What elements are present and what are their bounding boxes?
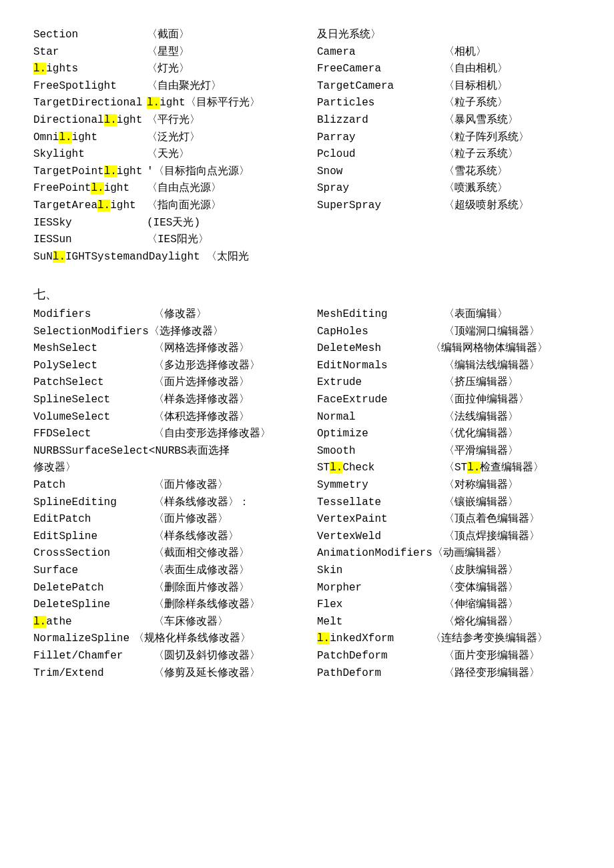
- definition: 〈面片修改器〉: [154, 477, 228, 494]
- glossary-row: Camera〈相机〉: [317, 44, 581, 61]
- glossary-row: CrossSection〈截面相交修改器〉: [33, 545, 297, 562]
- term: STl.Check: [317, 460, 444, 477]
- definition: 〈选择修改器〉: [149, 324, 224, 341]
- term: Trim/Extend: [33, 665, 154, 683]
- term: Extrude: [317, 374, 444, 392]
- glossary-row: Snow〈雪花系统〉: [317, 163, 581, 181]
- term: Symmetry: [317, 477, 444, 494]
- term: PolySelect: [33, 358, 154, 375]
- glossary-row: Morpher〈变体编辑器〉: [317, 580, 581, 597]
- term: TargetAreal.ight: [33, 197, 147, 215]
- term: Optimize: [317, 426, 444, 443]
- definition: 〈修改器〉: [154, 306, 207, 324]
- glossary-row: Patch〈面片修改器〉: [33, 477, 297, 494]
- term: Particles: [317, 95, 444, 112]
- definition: 〈删除样条线修改器〉: [154, 596, 260, 614]
- glossary-row: Star〈星型〉: [33, 44, 297, 61]
- term: DeletePatch: [33, 580, 154, 597]
- definition: 〈对称编辑器〉: [444, 477, 519, 494]
- glossary-row: EditNormals〈编辑法线编辑器〉: [317, 358, 581, 375]
- heading-seven: 七、: [33, 286, 581, 305]
- glossary-row: PatchSelect〈面片选择修改器〉: [33, 374, 297, 392]
- glossary-row: l.athe〈车床修改器〉: [33, 614, 297, 631]
- definition: 〈粒子云系统〉: [444, 146, 519, 163]
- definition: 〈修剪及延长修改器〉: [154, 665, 260, 683]
- glossary-row: NURBSSurfaceSelect<NURBS表面选择: [33, 443, 297, 460]
- glossary-row: Fillet/Chamfer〈圆切及斜切修改器〉: [33, 648, 297, 665]
- term: CapHoles: [317, 324, 444, 341]
- term: SplineSelect: [33, 392, 154, 409]
- glossary-row: VertexWeld〈顶点焊接编辑器〉: [317, 528, 581, 546]
- definition: 〈平行光〉: [147, 112, 200, 129]
- term: EditPatch: [33, 511, 154, 528]
- section-modifiers: Modifiers〈修改器〉SelectionModifiers〈选择修改器〉M…: [33, 306, 581, 682]
- glossary-row: Flex〈伸缩编辑器〉: [317, 596, 581, 614]
- glossary-row: SelectionModifiers〈选择修改器〉: [33, 324, 297, 341]
- term: Pcloud: [317, 146, 444, 163]
- definition: 〈网格选择修改器〉: [154, 340, 250, 358]
- glossary-row: Normal〈法线编辑器〉: [317, 409, 581, 426]
- definition: 〈圆切及斜切修改器〉: [154, 648, 260, 665]
- glossary-row: TargetAreal.ight〈指向面光源〉: [33, 197, 297, 215]
- glossary-row: TargetPointl.ight'〈目标指向点光源〉: [33, 163, 297, 181]
- definition: 〈顶点焊接编辑器〉: [444, 528, 540, 546]
- glossary-row: EditSpline〈样条线修改器〉: [33, 528, 297, 546]
- term: DeleteMesh: [317, 340, 444, 358]
- glossary-row: NormalizeSpline〈规格化样条线修改器〉: [33, 630, 297, 648]
- glossary-row: STl.Check〈STl.检查编辑器〉: [317, 460, 581, 477]
- definition: 〈车床修改器〉: [154, 614, 228, 631]
- glossary-row: Tessellate〈镶嵌编辑器〉: [317, 494, 581, 512]
- term: VolumeSelect: [33, 409, 154, 426]
- term: l.ights: [33, 61, 147, 78]
- term: PatchSelect: [33, 374, 154, 392]
- definition: 〈暴风雪系统〉: [444, 112, 519, 129]
- glossary-row: Parray〈粒子阵列系统〉: [317, 129, 581, 147]
- term: PatchDeform: [317, 648, 444, 665]
- term: SplineEditing: [33, 494, 154, 512]
- definition: 〈面片变形编辑器〉: [444, 648, 540, 665]
- definition: 〈喷溅系统〉: [444, 180, 508, 197]
- definition: 〈平滑编辑器〉: [444, 443, 519, 460]
- term: Surface: [33, 562, 154, 580]
- definition: 〈编辑网格物体编辑器〉: [430, 340, 548, 358]
- term: EditSpline: [33, 528, 154, 546]
- definition: 〈路径变形编辑器〉: [444, 665, 540, 683]
- glossary-row: Particles〈粒子系统〉: [317, 95, 581, 112]
- glossary-row: Blizzard〈暴风雪系统〉: [317, 112, 581, 129]
- definition: 〈星型〉: [147, 44, 190, 61]
- glossary-row: IESSky(IES天光): [33, 215, 297, 232]
- term: l.athe: [33, 614, 154, 631]
- definition: 〈相机〉: [444, 44, 487, 61]
- term: Normal: [317, 409, 444, 426]
- glossary-row: MeshEditing〈表面编辑〉: [317, 306, 581, 324]
- glossary-row: Modifiers〈修改器〉: [33, 306, 297, 324]
- glossary-row: VertexPaint〈顶点着色编辑器〉: [317, 511, 581, 528]
- definition: 〈粒子阵列系统〉: [444, 129, 529, 147]
- term: Tessellate: [317, 494, 444, 512]
- term: PathDeform: [317, 665, 444, 683]
- term: FFDSelect: [33, 426, 154, 443]
- definition: 〈面拉伸编辑器〉: [444, 392, 529, 409]
- glossary-row: l.ights〈灯光〉: [33, 61, 297, 78]
- definition: 〈样条选择修改器〉: [154, 392, 250, 409]
- term: AnimationModifiers: [317, 545, 432, 562]
- definition: l.ight〈目标平行光〉: [147, 95, 260, 112]
- term: Blizzard: [317, 112, 444, 129]
- definition: 〈目标相机〉: [444, 78, 508, 95]
- glossary-row: 及日光系统〉: [317, 27, 581, 44]
- term: IESSun: [33, 232, 147, 249]
- definition: 〈天光〉: [147, 146, 190, 163]
- section-lights-cameras: Section〈截面〉Star〈星型〉l.ights〈灯光〉FreeSpotli…: [33, 27, 581, 266]
- term: Skin: [317, 562, 444, 580]
- glossary-row: CapHoles〈顶端洞口编辑器〉: [317, 324, 581, 341]
- term: Fillet/Chamfer: [33, 648, 154, 665]
- definition: 〈表面编辑〉: [444, 306, 508, 324]
- glossary-row: Smooth〈平滑编辑器〉: [317, 443, 581, 460]
- glossary-row: IESSun〈IES阳光〉: [33, 232, 297, 249]
- glossary-row: DeleteSpline〈删除样条线修改器〉: [33, 596, 297, 614]
- term: SelectionModifiers: [33, 324, 149, 341]
- glossary-row: Spray〈喷溅系统〉: [317, 180, 581, 197]
- glossary-row: VolumeSelect〈体积选择修改器〉: [33, 409, 297, 426]
- glossary-row: Symmetry〈对称编辑器〉: [317, 477, 581, 494]
- glossary-row: PatchDeform〈面片变形编辑器〉: [317, 648, 581, 665]
